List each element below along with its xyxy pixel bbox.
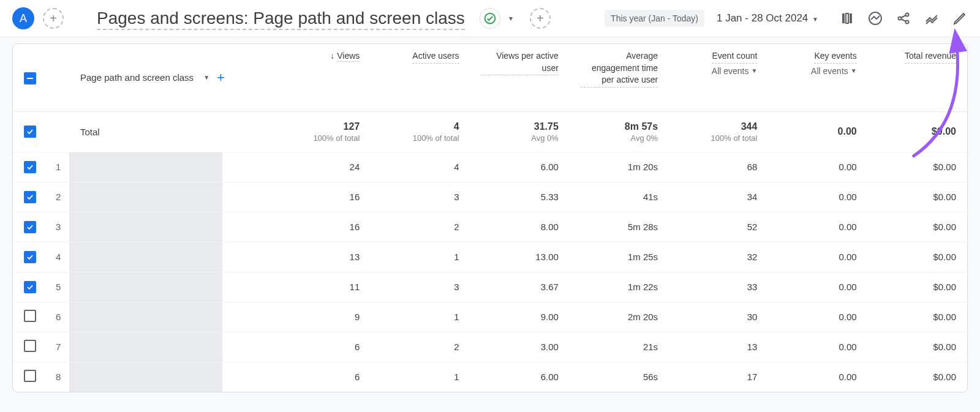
select-all-checkbox[interactable] [24,72,36,84]
report-table-card: Page path and screen class ▼ + ↓Views Ac… [12,43,968,392]
table-row: 12446.001m 20s680.00$0.00 [13,152,967,182]
cell-event-count: 52 [669,212,768,242]
sort-down-icon: ↓ [330,51,334,61]
cell-key-events: 0.00 [768,152,867,182]
analytics-icon[interactable] [867,10,883,26]
cell-views-per-au: 13.00 [470,242,570,272]
date-range-label[interactable]: 1 Jan - 28 Oct 2024 ▼ [717,12,818,24]
status-dropdown-icon[interactable]: ▾ [509,14,521,23]
cell-revenue: $0.00 [868,332,967,362]
cell-revenue: $0.00 [868,152,967,182]
table-row: 21635.3341s340.00$0.00 [13,182,967,212]
row-index: 7 [45,332,69,362]
insights-icon[interactable] [924,10,940,26]
cell-views: 13 [271,242,371,272]
cell-event-count: 13 [669,332,768,362]
row-checkbox[interactable] [24,251,36,263]
cell-active-users: 2 [371,332,470,362]
cell-revenue: $0.00 [868,362,967,392]
cell-key-events: 0.00 [768,332,867,362]
chevron-down-icon: ▼ [810,16,818,23]
cell-views-per-au: 5.33 [470,182,570,212]
cell-views: 16 [271,182,371,212]
cell-key-events: 0.00 [768,212,867,242]
cell-active-users: 4 [371,152,470,182]
row-checkbox[interactable] [24,221,36,233]
row-checkbox[interactable] [24,310,36,322]
compare-columns-icon[interactable] [839,10,855,26]
col-event-count[interactable]: Event count All events ▼ [669,44,768,111]
row-index: 5 [45,272,69,302]
cell-views: 6 [271,332,371,362]
total-label: Total [80,127,100,137]
svg-rect-3 [850,13,852,23]
dimension-value-redacted [69,362,222,392]
col-views-per-active-user[interactable]: Views per active user [470,44,570,111]
dimension-value-redacted [69,152,222,182]
user-avatar[interactable]: A [12,7,34,29]
cell-key-events: 0.00 [768,242,867,272]
cell-active-users: 1 [371,302,470,332]
svg-rect-2 [846,13,848,23]
cell-views: 16 [271,212,371,242]
dimension-value-redacted [69,212,222,242]
cell-event-count: 30 [669,302,768,332]
share-icon[interactable] [895,10,911,26]
status-check-icon[interactable] [480,8,500,29]
cell-engagement: 1m 22s [570,272,669,302]
cell-views-per-au: 3.67 [470,272,570,302]
cell-views: 9 [271,302,371,332]
col-total-revenue[interactable]: Total revenue [868,44,967,111]
table-row: 6919.002m 20s300.00$0.00 [13,302,967,332]
app-header: A + Pages and screens: Page path and scr… [0,0,980,37]
dimension-value-redacted [69,182,222,212]
dimension-value-redacted [69,332,222,362]
table-row: 7623.0021s130.00$0.00 [13,332,967,362]
row-checkbox[interactable] [24,281,36,293]
cell-active-users: 2 [371,212,470,242]
cell-engagement: 2m 20s [570,302,669,332]
cell-key-events: 0.00 [768,182,867,212]
cell-engagement: 56s [570,362,669,392]
cell-event-count: 32 [669,242,768,272]
cell-revenue: $0.00 [868,212,967,242]
row-checkbox[interactable] [24,340,36,352]
dimension-value-redacted [69,302,222,332]
col-key-events[interactable]: Key events All events ▼ [768,44,867,111]
add-comparison-button[interactable]: + [530,8,551,29]
add-dimension-button[interactable]: + [217,70,225,86]
dimension-select[interactable]: Page path and screen class [80,72,194,83]
add-report-button[interactable]: + [43,8,64,29]
event-count-filter[interactable]: All events ▼ [712,66,758,76]
cell-views-per-au: 3.00 [470,332,570,362]
edit-pencil-icon[interactable] [952,10,968,26]
row-checkbox[interactable] [24,370,36,382]
cell-active-users: 1 [371,242,470,272]
report-table: Page path and screen class ▼ + ↓Views Ac… [13,44,967,392]
key-events-filter[interactable]: All events ▼ [811,66,857,76]
cell-engagement: 41s [570,182,669,212]
cell-views-per-au: 6.00 [470,152,570,182]
total-checkbox[interactable] [24,125,36,138]
chevron-down-icon[interactable]: ▼ [203,74,209,81]
col-views[interactable]: ↓Views [271,44,371,111]
dimension-value-redacted [69,242,222,272]
cell-views-per-au: 8.00 [470,212,570,242]
cell-engagement: 1m 25s [570,242,669,272]
table-row: 8616.0056s170.00$0.00 [13,362,967,392]
cell-revenue: $0.00 [868,302,967,332]
cell-key-events: 0.00 [768,302,867,332]
row-index: 8 [45,362,69,392]
date-scope-chip[interactable]: This year (Jan - Today) [605,10,704,27]
col-active-users[interactable]: Active users [371,44,470,111]
cell-event-count: 17 [669,362,768,392]
row-checkbox[interactable] [24,161,36,173]
cell-engagement: 21s [570,332,669,362]
row-checkbox[interactable] [24,191,36,203]
svg-rect-1 [842,13,845,23]
col-avg-engagement[interactable]: Average engagement time per active user [570,44,669,111]
cell-revenue: $0.00 [868,242,967,272]
row-index: 2 [45,182,69,212]
cell-active-users: 3 [371,272,470,302]
page-title[interactable]: Pages and screens: Page path and screen … [97,9,465,30]
